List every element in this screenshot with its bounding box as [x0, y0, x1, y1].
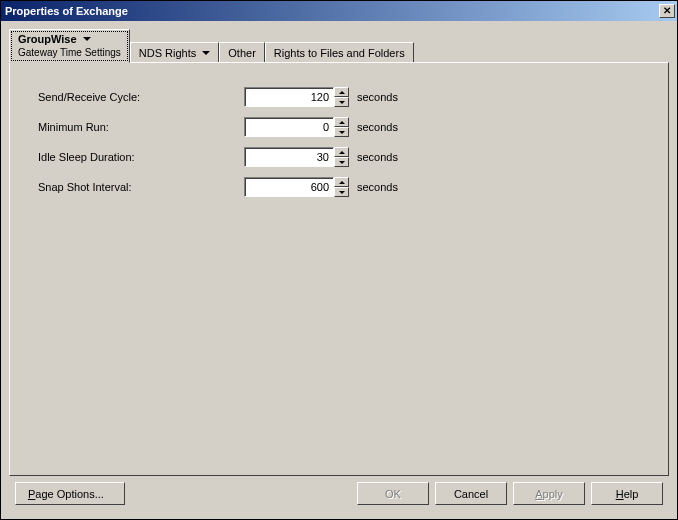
tab-groupwise[interactable]: GroupWise Gateway Time Settings [9, 29, 130, 63]
input-send-receive[interactable] [244, 87, 334, 107]
arrow-up-icon [339, 181, 345, 184]
label-idle-sleep: Idle Sleep Duration: [38, 151, 244, 163]
input-min-run[interactable] [244, 117, 334, 137]
spinner-down[interactable] [334, 157, 349, 167]
spinner-up[interactable] [334, 117, 349, 127]
tab-rights-files-folders[interactable]: Rights to Files and Folders [265, 42, 414, 62]
arrow-down-icon [339, 101, 345, 104]
apply-button[interactable]: Apply [513, 482, 585, 505]
unit-min-run: seconds [357, 121, 398, 133]
arrow-up-icon [339, 91, 345, 94]
help-button[interactable]: Help [591, 482, 663, 505]
tab-label: GroupWise [18, 33, 77, 45]
close-button[interactable]: ✕ [659, 4, 675, 18]
tab-label: Other [228, 47, 256, 59]
row-send-receive: Send/Receive Cycle: seconds [38, 87, 640, 107]
cancel-button[interactable]: Cancel [435, 482, 507, 505]
arrow-up-icon [339, 151, 345, 154]
arrow-up-icon [339, 121, 345, 124]
arrow-down-icon [339, 131, 345, 134]
row-snap-shot: Snap Shot Interval: seconds [38, 177, 640, 197]
spinner-down[interactable] [334, 97, 349, 107]
spinner-min-run [244, 117, 349, 137]
unit-snap-shot: seconds [357, 181, 398, 193]
spinner-down[interactable] [334, 127, 349, 137]
titlebar: Properties of Exchange ✕ [1, 1, 677, 21]
spinner-up[interactable] [334, 177, 349, 187]
input-snap-shot[interactable] [244, 177, 334, 197]
spinner-down[interactable] [334, 187, 349, 197]
tab-strip: GroupWise Gateway Time Settings NDS Righ… [9, 29, 669, 62]
row-idle-sleep: Idle Sleep Duration: seconds [38, 147, 640, 167]
spinner-send-receive [244, 87, 349, 107]
arrow-down-icon [339, 191, 345, 194]
tab-nds-rights[interactable]: NDS Rights [130, 42, 219, 62]
window-title: Properties of Exchange [5, 5, 659, 17]
unit-send-receive: seconds [357, 91, 398, 103]
tab-sublabel: Gateway Time Settings [18, 47, 121, 58]
tab-panel: Send/Receive Cycle: seconds Minimum Run: [9, 62, 669, 476]
chevron-down-icon [83, 37, 91, 41]
arrow-down-icon [339, 161, 345, 164]
tab-other[interactable]: Other [219, 42, 265, 62]
tab-label: Rights to Files and Folders [274, 47, 405, 59]
label-snap-shot: Snap Shot Interval: [38, 181, 244, 193]
spinner-up[interactable] [334, 87, 349, 97]
page-options-button[interactable]: Page Options... [15, 482, 125, 505]
spinner-up[interactable] [334, 147, 349, 157]
tab-label: NDS Rights [139, 47, 196, 59]
ok-button[interactable]: OK [357, 482, 429, 505]
button-bar: Page Options... OK Cancel Apply Help [9, 476, 669, 511]
spinner-snap-shot [244, 177, 349, 197]
chevron-down-icon [202, 51, 210, 55]
label-min-run: Minimum Run: [38, 121, 244, 133]
unit-idle-sleep: seconds [357, 151, 398, 163]
row-min-run: Minimum Run: seconds [38, 117, 640, 137]
dialog-body: GroupWise Gateway Time Settings NDS Righ… [1, 21, 677, 519]
label-send-receive: Send/Receive Cycle: [38, 91, 244, 103]
spinner-idle-sleep [244, 147, 349, 167]
properties-dialog: Properties of Exchange ✕ GroupWise Gatew… [0, 0, 678, 520]
input-idle-sleep[interactable] [244, 147, 334, 167]
